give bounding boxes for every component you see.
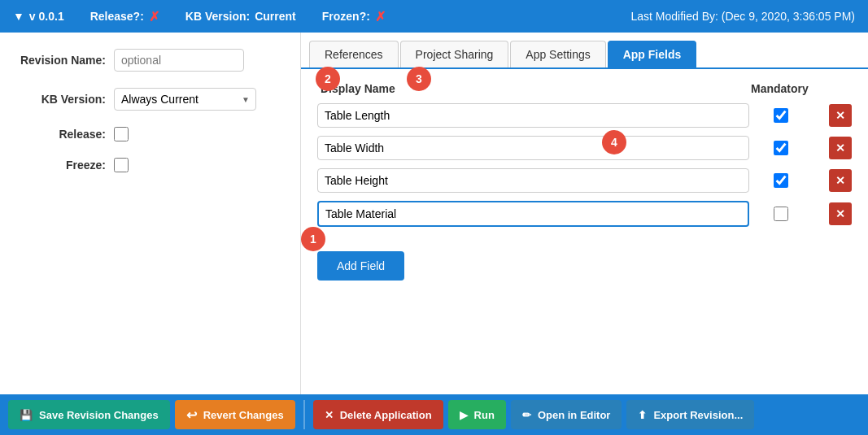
delete-field-4[interactable]: ✕ bbox=[829, 202, 852, 225]
run-button[interactable]: Run bbox=[448, 400, 506, 429]
tab-project-sharing[interactable]: Project Sharing bbox=[400, 41, 509, 67]
field-input-1[interactable] bbox=[317, 103, 749, 128]
fields-header: Display Name Mandatory bbox=[317, 82, 852, 95]
left-panel: Revision Name: KB Version: Always Curren… bbox=[0, 33, 301, 394]
revert-icon bbox=[186, 407, 198, 423]
delete-field-1[interactable]: ✕ bbox=[829, 104, 852, 127]
export-icon bbox=[638, 409, 648, 421]
kb-version-row: KB Version: Always Current 1.0 2.0 bbox=[16, 88, 284, 111]
run-icon bbox=[460, 409, 469, 421]
main-layout: Revision Name: KB Version: Always Curren… bbox=[0, 33, 868, 394]
header-display-name: Display Name bbox=[321, 82, 751, 95]
modified-by: Last Modified By: (Dec 9, 2020, 3:36:05 … bbox=[631, 10, 855, 23]
freeze-checkbox[interactable] bbox=[114, 158, 129, 172]
editor-icon bbox=[522, 409, 533, 421]
version-chevron: ▼ bbox=[13, 10, 24, 23]
right-panel: 2 3 4 References Project Sharing App Set… bbox=[301, 33, 868, 394]
add-field-button[interactable]: Add Field bbox=[317, 251, 404, 281]
tab-references[interactable]: References bbox=[309, 41, 399, 67]
kb-version-select-wrapper: Always Current 1.0 2.0 bbox=[114, 88, 256, 111]
release-row: Release: bbox=[16, 127, 284, 141]
field-mandatory-2[interactable] bbox=[774, 141, 788, 155]
frozen-status: Frozen?: ✗ bbox=[322, 9, 386, 24]
field-row-3: ✕ bbox=[317, 168, 852, 193]
kb-version-label: KB Version: bbox=[185, 10, 250, 23]
step-bubble-4: 4 bbox=[602, 130, 626, 154]
kb-version-label: KB Version: bbox=[16, 93, 106, 106]
kb-version-value: Current bbox=[255, 10, 296, 23]
revision-name-label: Revision Name: bbox=[16, 54, 106, 67]
release-value: ✗ bbox=[149, 9, 159, 24]
save-revision-button[interactable]: Save Revision Changes bbox=[8, 400, 170, 429]
kb-version-status: KB Version: Current bbox=[185, 10, 296, 23]
field-input-2[interactable] bbox=[317, 136, 749, 160]
revert-changes-button[interactable]: Revert Changes bbox=[175, 400, 295, 429]
export-revision-button[interactable]: Export Revision... bbox=[626, 400, 754, 429]
delete-icon bbox=[325, 409, 335, 421]
release-label: Release?: bbox=[90, 10, 144, 23]
add-field-wrapper: 1 Add Field bbox=[317, 243, 404, 281]
save-icon bbox=[20, 409, 34, 421]
freeze-label: Freeze: bbox=[16, 159, 106, 172]
version-number: v 0.0.1 bbox=[29, 10, 64, 23]
field-row-2: ✕ bbox=[317, 136, 852, 160]
field-mandatory-3[interactable] bbox=[774, 173, 788, 188]
field-mandatory-1[interactable] bbox=[774, 108, 788, 123]
field-row-4: ✕ bbox=[317, 201, 852, 227]
release-checkbox[interactable] bbox=[114, 127, 129, 141]
tabs-container: References Project Sharing App Settings … bbox=[301, 33, 868, 69]
step-bubble-2: 2 bbox=[316, 67, 340, 91]
revision-name-input[interactable] bbox=[114, 49, 244, 72]
top-bar: ▼ v 0.0.1 Release?: ✗ KB Version: Curren… bbox=[0, 0, 868, 33]
delete-application-button[interactable]: Delete Application bbox=[313, 400, 443, 429]
delete-field-3[interactable]: ✕ bbox=[829, 169, 852, 192]
open-in-editor-button[interactable]: Open in Editor bbox=[511, 400, 622, 429]
kb-version-select[interactable]: Always Current 1.0 2.0 bbox=[114, 88, 256, 111]
tab-app-settings[interactable]: App Settings bbox=[510, 41, 605, 67]
step-bubble-1: 1 bbox=[301, 227, 325, 251]
header-mandatory: Mandatory bbox=[751, 82, 848, 95]
release-label: Release: bbox=[16, 128, 106, 141]
freeze-row: Freeze: bbox=[16, 158, 284, 172]
field-input-3[interactable] bbox=[317, 168, 749, 193]
frozen-value: ✗ bbox=[375, 9, 386, 24]
delete-field-2[interactable]: ✕ bbox=[829, 137, 852, 159]
button-separator bbox=[303, 400, 305, 429]
step-bubble-3: 3 bbox=[407, 67, 431, 91]
frozen-label: Frozen?: bbox=[322, 10, 370, 23]
app-fields-content: Display Name Mandatory ✕ ✕ ✕ bbox=[301, 69, 868, 294]
field-mandatory-4[interactable] bbox=[774, 207, 788, 221]
field-input-4[interactable] bbox=[317, 201, 749, 227]
bottom-bar: Save Revision Changes Revert Changes Del… bbox=[0, 394, 868, 435]
field-row-1: ✕ bbox=[317, 103, 852, 128]
revision-name-row: Revision Name: bbox=[16, 49, 284, 72]
version-display: ▼ v 0.0.1 bbox=[13, 10, 64, 23]
release-status: Release?: ✗ bbox=[90, 9, 159, 24]
tab-app-fields[interactable]: App Fields bbox=[608, 41, 697, 67]
